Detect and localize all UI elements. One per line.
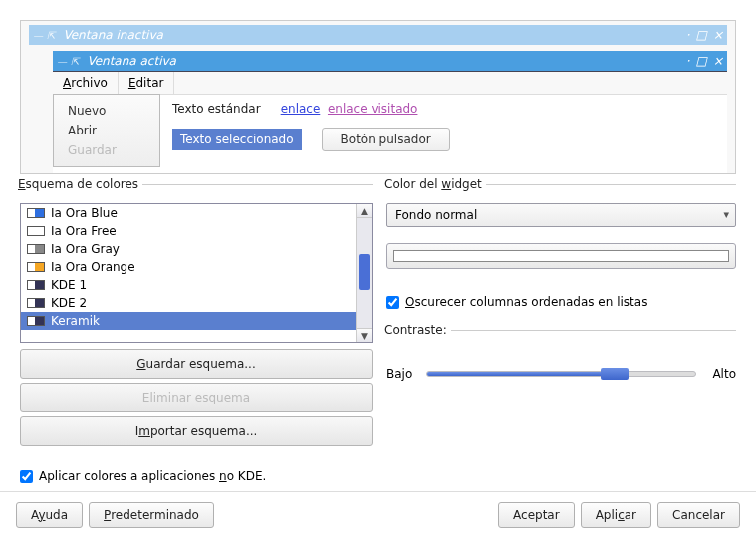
slider-handle[interactable] [601,368,629,380]
apply-non-kde-label: Aplicar colores a aplicaciones no KDE. [39,469,266,483]
scheme-item[interactable]: Ia Ora Blue [21,204,372,222]
darken-sorted-checkbox[interactable] [386,296,399,309]
scheme-item-label: Keramik [51,314,100,328]
ok-button[interactable]: Aceptar [498,502,575,528]
scroll-up-icon[interactable]: ▲ [357,204,372,218]
menu-file-dropdown: Nuevo Abrir Guardar [53,94,160,167]
help-icon: · [686,54,690,68]
link-sample[interactable]: enlace [281,102,321,116]
scheme-swatch-icon [27,298,45,308]
dialog-footer: Ayuda Predeterminado Aceptar Aplicar Can… [0,491,756,537]
close-icon: × [713,28,723,42]
contrast-legend: Contraste: [384,323,451,337]
pin-icon: ⇱ [47,30,55,41]
menu-edit[interactable]: Editar [119,72,175,94]
scheme-item-label: KDE 2 [51,296,87,310]
scheme-swatch-icon [27,262,45,272]
standard-text-sample: Texto estándar [172,102,261,116]
close-icon: × [713,54,723,68]
menu-item-save: Guardar [54,140,159,160]
selected-text-sample: Texto seleccionado [172,129,302,150]
cancel-button[interactable]: Cancelar [657,502,740,528]
scroll-thumb[interactable] [359,254,370,290]
maximize-icon: □ [696,54,707,68]
minimize-icon: — [57,56,67,67]
widget-color-group: Color del widget Fondo normal [386,177,736,277]
listbox-scrollbar[interactable]: ▲ ▼ [356,204,372,342]
scheme-swatch-icon [27,226,45,236]
widget-color-picker[interactable] [386,243,736,269]
scheme-item[interactable]: Ia Ora Orange [21,258,372,276]
darken-sorted-label: Oscurecer columnas ordenadas en listas [405,295,647,309]
color-swatch [393,250,729,262]
darken-sorted-check-row: Oscurecer columnas ordenadas en listas [386,295,736,309]
scheme-item[interactable]: Keramik [21,312,372,330]
menu-file[interactable]: Archivo [53,72,119,94]
minimize-icon: — [33,30,43,41]
import-scheme-button[interactable]: Importar esquema... [20,416,373,446]
scheme-item[interactable]: KDE 1 [21,276,372,294]
apply-non-kde-checkbox[interactable] [20,470,33,483]
scheme-item-label: Ia Ora Free [51,224,117,238]
help-button[interactable]: Ayuda [16,502,83,528]
contrast-slider[interactable] [426,371,696,377]
defaults-button[interactable]: Predeterminado [89,502,214,528]
apply-non-kde-row: Aplicar colores a aplicaciones no KDE. [20,469,266,483]
pin-icon: ⇱ [71,56,79,67]
scheme-item[interactable]: Ia Ora Free [21,222,372,240]
preview-menubar: Archivo Editar [53,72,727,95]
scheme-item-label: Ia Ora Gray [51,242,120,256]
color-schemes-legend: Esquema de colores [18,177,142,191]
active-window-title: Ventana activa [83,54,681,68]
delete-scheme-button: Eliminar esquema [20,383,373,412]
widget-color-value: Fondo normal [395,208,477,222]
scheme-item-label: KDE 1 [51,278,87,292]
widget-color-legend: Color del widget [384,177,486,191]
save-scheme-button[interactable]: Guardar esquema... [20,349,373,379]
active-window-titlebar: — ⇱ Ventana activa · □ × [53,51,727,71]
preview-area: — ⇱ Ventana inactiva · □ × — ⇱ Ventana a… [20,20,736,174]
scheme-item-label: Ia Ora Blue [51,206,118,220]
color-schemes-group: Esquema de colores Ia Ora BlueIa Ora Fre… [20,177,373,454]
scheme-swatch-icon [27,244,45,254]
menu-item-open[interactable]: Abrir [54,121,159,140]
scheme-item[interactable]: KDE 2 [21,294,372,312]
apply-button[interactable]: Aplicar [581,502,651,528]
scheme-swatch-icon [27,316,45,326]
contrast-low-label: Bajo [386,367,416,381]
scroll-down-icon[interactable]: ▼ [357,328,372,342]
visited-link-sample[interactable]: enlace visitado [328,102,418,116]
maximize-icon: □ [696,28,707,42]
scheme-item-label: Ia Ora Orange [51,260,135,274]
push-button-sample[interactable]: Botón pulsador [322,128,450,151]
scheme-item[interactable]: Ia Ora Gray [21,240,372,258]
contrast-group: Contraste: Bajo Alto [386,323,736,389]
inactive-window-titlebar: — ⇱ Ventana inactiva · □ × [29,25,727,45]
menu-item-new[interactable]: Nuevo [54,101,159,121]
preview-window-body: Archivo Editar Nuevo Abrir Guardar Texto… [53,71,727,173]
help-icon: · [686,28,690,42]
widget-color-dropdown[interactable]: Fondo normal [386,203,736,227]
inactive-window-title: Ventana inactiva [59,28,681,42]
contrast-high-label: Alto [706,367,736,381]
color-schemes-listbox[interactable]: Ia Ora BlueIa Ora FreeIa Ora GrayIa Ora … [20,203,373,343]
scheme-swatch-icon [27,208,45,218]
scheme-swatch-icon [27,280,45,290]
